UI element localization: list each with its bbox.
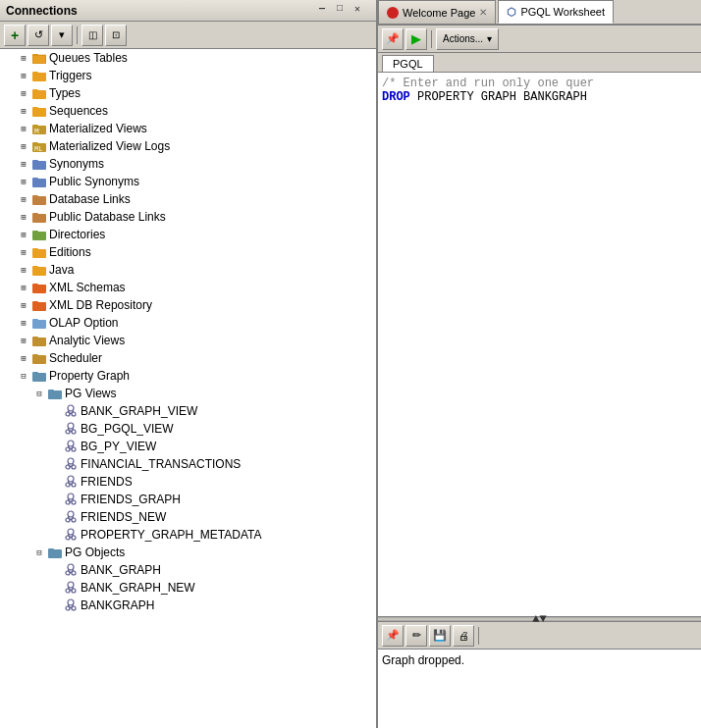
expand-icon[interactable]: ⊞ bbox=[16, 156, 31, 172]
minimize-button[interactable]: — bbox=[319, 3, 335, 19]
expand-icon[interactable]: ⊞ bbox=[16, 85, 31, 101]
expand-icon[interactable]: ⊞ bbox=[16, 315, 31, 331]
tree-item-friends[interactable]: ⊞ FRIENDS bbox=[0, 473, 376, 491]
bottom-toolbar: 📌 ✏ 💾 🖨 bbox=[378, 622, 701, 650]
svg-point-89 bbox=[72, 571, 76, 575]
tree-item-public-database-links[interactable]: ⊞ Public Database Links bbox=[0, 208, 376, 226]
oracle-icon bbox=[387, 7, 399, 19]
toolbar-separator bbox=[478, 627, 479, 645]
tree-item-queues-tables[interactable]: ⊞ Queues Tables bbox=[0, 49, 376, 67]
item-label: XML DB Repository bbox=[49, 298, 152, 312]
expand-icon[interactable]: ⊞ bbox=[16, 350, 31, 366]
expand-icon[interactable]: ⊞ bbox=[16, 244, 31, 260]
tree-item-types[interactable]: ⊞ Types bbox=[0, 84, 376, 102]
tab-pgql-worksheet[interactable]: ⬡ PGQL Worksheet bbox=[498, 0, 614, 24]
expand-icon[interactable]: ⊞ bbox=[16, 138, 31, 154]
tree-item-triggers[interactable]: ⊞ Triggers bbox=[0, 67, 376, 84]
tree-item-property-graph[interactable]: ⊟ Property Graph bbox=[0, 367, 376, 385]
run-button[interactable]: ▶ bbox=[405, 28, 427, 50]
folder-icon bbox=[31, 333, 47, 348]
tree-item-bg-pgql-view[interactable]: ⊞ BG_PGQL_VIEW bbox=[0, 420, 376, 438]
editor-area[interactable]: /* Enter and run only one quer DROP PROP… bbox=[378, 73, 701, 616]
expand-icon[interactable]: ⊞ bbox=[16, 103, 31, 119]
tree-container: ⊞ Queues Tables ⊞ Triggers ⊞ Types ⊞ bbox=[0, 49, 376, 728]
collapse-button[interactable]: ◫ bbox=[81, 25, 103, 46]
tree-item-pg-views[interactable]: ⊟ PG Views bbox=[0, 385, 376, 402]
expand-icon[interactable]: ⊞ bbox=[16, 227, 31, 242]
tree-item-scheduler[interactable]: ⊞ Scheduler bbox=[0, 349, 376, 367]
sub-tab-pgql[interactable]: PGQL bbox=[382, 55, 434, 72]
expand-icon[interactable]: ⊞ bbox=[16, 174, 31, 189]
folder-icon bbox=[31, 68, 47, 83]
svg-point-57 bbox=[72, 447, 76, 451]
expand-icon[interactable]: ⊞ bbox=[16, 297, 31, 313]
tree-item-bank-graph-view[interactable]: ⊞ BANK_GRAPH_VIEW bbox=[0, 402, 376, 420]
expand-icon[interactable]: ⊟ bbox=[16, 368, 31, 384]
bottom-pin-button[interactable]: 📌 bbox=[382, 625, 404, 647]
folder-icon bbox=[31, 227, 47, 242]
expand-icon[interactable]: ⊞ bbox=[16, 121, 31, 136]
expand-icon[interactable]: ⊞ bbox=[16, 191, 31, 207]
tree-item-bg-py-view[interactable]: ⊞ BG_PY_VIEW bbox=[0, 438, 376, 455]
close-button[interactable]: ✕ bbox=[354, 3, 370, 19]
refresh-button[interactable]: ↺ bbox=[27, 25, 49, 46]
left-toolbar: + ↺ ▾ ◫ ⊡ bbox=[0, 22, 376, 49]
bottom-print-button[interactable]: 🖨 bbox=[453, 625, 474, 647]
expand-icon[interactable]: ⊟ bbox=[31, 545, 47, 560]
actions-button[interactable]: Actions... ▾ bbox=[436, 28, 499, 50]
expand-icon[interactable]: ⊞ bbox=[16, 68, 31, 83]
svg-point-53 bbox=[68, 441, 74, 446]
expand-icon[interactable]: ⊞ bbox=[16, 262, 31, 278]
svg-point-72 bbox=[72, 500, 76, 504]
svg-point-82 bbox=[72, 536, 76, 540]
expand-icon[interactable]: ⊞ bbox=[16, 50, 31, 66]
tree-item-friends-new[interactable]: ⊞ FRIENDS_NEW bbox=[0, 508, 376, 526]
tree-item-editions[interactable]: ⊞ Editions bbox=[0, 243, 376, 261]
tree-item-olap[interactable]: ⊞ OLAP Option bbox=[0, 314, 376, 332]
expand-icon[interactable]: ⊞ bbox=[16, 333, 31, 348]
keyword-drop: DROP bbox=[382, 90, 410, 104]
expand-icon[interactable]: ⊟ bbox=[31, 386, 47, 401]
tree-item-bankgraph[interactable]: ⊞ BANKGRAPH bbox=[0, 597, 376, 614]
tree-item-materialized-views[interactable]: ⊞ M Materialized Views bbox=[0, 120, 376, 137]
svg-rect-40 bbox=[32, 372, 38, 375]
tree-item-java[interactable]: ⊞ Java bbox=[0, 261, 376, 279]
tab-close-button[interactable]: ✕ bbox=[479, 7, 487, 18]
tree-item-materialized-view-logs[interactable]: ⊞ ML Materialized View Logs bbox=[0, 137, 376, 155]
tree-item-pg-objects[interactable]: ⊟ PG Objects bbox=[0, 544, 376, 561]
tree-item-synonyms[interactable]: ⊞ Synonyms bbox=[0, 155, 376, 173]
tab-welcome-page[interactable]: Welcome Page ✕ bbox=[378, 0, 496, 24]
tree-item-public-synonyms[interactable]: ⊞ Public Synonyms bbox=[0, 173, 376, 190]
bottom-save-button[interactable]: 💾 bbox=[429, 625, 451, 647]
tree-item-bank-graph-new[interactable]: ⊞ BANK_GRAPH_NEW bbox=[0, 579, 376, 597]
tree-item-friends-graph[interactable]: ⊞ FRIENDS_GRAPH bbox=[0, 491, 376, 508]
pg-view-icon bbox=[63, 492, 79, 507]
tree-item-sequences[interactable]: ⊞ Sequences bbox=[0, 102, 376, 120]
expand-icon[interactable]: ⊞ bbox=[16, 209, 31, 225]
toolbar-separator bbox=[431, 30, 432, 48]
output-area: Graph dropped. bbox=[378, 650, 701, 728]
pin-button[interactable]: 📌 bbox=[382, 28, 404, 50]
edit-icon: ✏ bbox=[412, 629, 421, 642]
item-label: Sequences bbox=[49, 104, 108, 118]
tree-item-database-links[interactable]: ⊞ Database Links bbox=[0, 190, 376, 208]
detach-button[interactable]: ⊡ bbox=[105, 25, 127, 46]
maximize-button[interactable]: □ bbox=[337, 3, 352, 19]
tabs-bar: Welcome Page ✕ ⬡ PGQL Worksheet bbox=[378, 0, 701, 26]
pg-obj-icon bbox=[63, 562, 79, 578]
filter-button[interactable]: ▾ bbox=[51, 25, 73, 46]
tree-item-financial-transactions[interactable]: ⊞ FINANCIAL_TRANSACTIONS bbox=[0, 455, 376, 473]
tree-item-bank-graph[interactable]: ⊞ BANK_GRAPH bbox=[0, 561, 376, 579]
tree-item-xml-db[interactable]: ⊞ XML DB Repository bbox=[0, 296, 376, 314]
tree-item-property-graph-metadata[interactable]: ⊞ PROPERTY_GRAPH_METADATA bbox=[0, 526, 376, 544]
tree-item-directories[interactable]: ⊞ Directories bbox=[0, 226, 376, 243]
expand-icon[interactable]: ⊞ bbox=[16, 280, 31, 295]
svg-point-66 bbox=[66, 483, 70, 487]
pin-icon: 📌 bbox=[386, 32, 400, 45]
svg-point-68 bbox=[68, 494, 74, 499]
svg-rect-8 bbox=[32, 107, 38, 110]
tree-item-xml-schemas[interactable]: ⊞ XML Schemas bbox=[0, 279, 376, 296]
bottom-edit-button[interactable]: ✏ bbox=[405, 625, 427, 647]
tree-item-analytic-views[interactable]: ⊞ Analytic Views bbox=[0, 332, 376, 349]
add-connection-button[interactable]: + bbox=[4, 25, 26, 46]
